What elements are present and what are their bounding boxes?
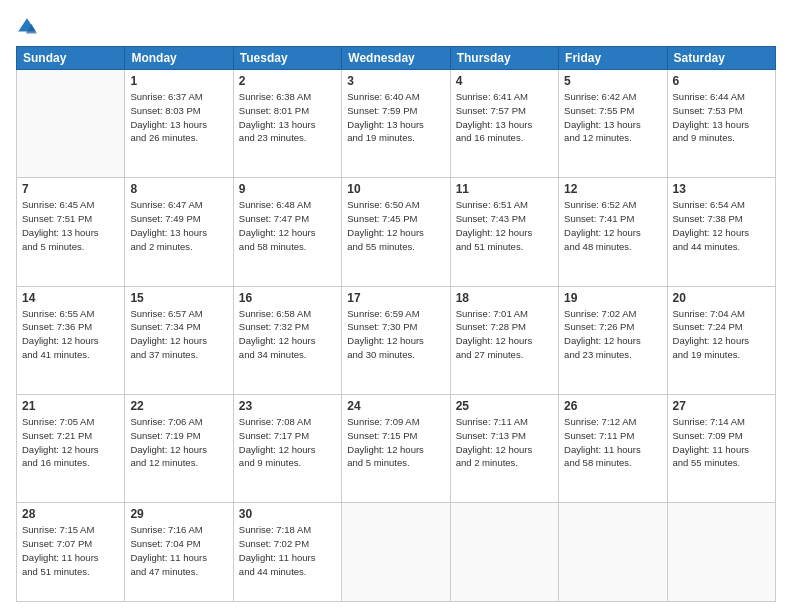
day-number: 30 — [239, 507, 336, 521]
table-row: 16Sunrise: 6:58 AM Sunset: 7:32 PM Dayli… — [233, 286, 341, 394]
table-row: 30Sunrise: 7:18 AM Sunset: 7:02 PM Dayli… — [233, 503, 341, 602]
day-number: 20 — [673, 291, 770, 305]
table-row: 13Sunrise: 6:54 AM Sunset: 7:38 PM Dayli… — [667, 178, 775, 286]
table-row: 8Sunrise: 6:47 AM Sunset: 7:49 PM Daylig… — [125, 178, 233, 286]
calendar-row-0: 1Sunrise: 6:37 AM Sunset: 8:03 PM Daylig… — [17, 70, 776, 178]
day-number: 1 — [130, 74, 227, 88]
day-info: Sunrise: 6:41 AM Sunset: 7:57 PM Dayligh… — [456, 90, 553, 145]
day-number: 14 — [22, 291, 119, 305]
table-row: 20Sunrise: 7:04 AM Sunset: 7:24 PM Dayli… — [667, 286, 775, 394]
day-info: Sunrise: 7:04 AM Sunset: 7:24 PM Dayligh… — [673, 307, 770, 362]
logo — [16, 16, 40, 38]
weekday-tuesday: Tuesday — [233, 47, 341, 70]
day-number: 13 — [673, 182, 770, 196]
day-number: 9 — [239, 182, 336, 196]
day-number: 23 — [239, 399, 336, 413]
table-row: 14Sunrise: 6:55 AM Sunset: 7:36 PM Dayli… — [17, 286, 125, 394]
day-info: Sunrise: 6:55 AM Sunset: 7:36 PM Dayligh… — [22, 307, 119, 362]
day-info: Sunrise: 7:08 AM Sunset: 7:17 PM Dayligh… — [239, 415, 336, 470]
table-row: 3Sunrise: 6:40 AM Sunset: 7:59 PM Daylig… — [342, 70, 450, 178]
day-number: 19 — [564, 291, 661, 305]
day-number: 24 — [347, 399, 444, 413]
table-row: 5Sunrise: 6:42 AM Sunset: 7:55 PM Daylig… — [559, 70, 667, 178]
table-row — [17, 70, 125, 178]
day-number: 16 — [239, 291, 336, 305]
weekday-header-row: SundayMondayTuesdayWednesdayThursdayFrid… — [17, 47, 776, 70]
table-row: 23Sunrise: 7:08 AM Sunset: 7:17 PM Dayli… — [233, 395, 341, 503]
table-row: 29Sunrise: 7:16 AM Sunset: 7:04 PM Dayli… — [125, 503, 233, 602]
day-info: Sunrise: 7:11 AM Sunset: 7:13 PM Dayligh… — [456, 415, 553, 470]
weekday-wednesday: Wednesday — [342, 47, 450, 70]
day-info: Sunrise: 7:18 AM Sunset: 7:02 PM Dayligh… — [239, 523, 336, 578]
table-row — [559, 503, 667, 602]
table-row: 28Sunrise: 7:15 AM Sunset: 7:07 PM Dayli… — [17, 503, 125, 602]
day-number: 11 — [456, 182, 553, 196]
weekday-monday: Monday — [125, 47, 233, 70]
table-row: 22Sunrise: 7:06 AM Sunset: 7:19 PM Dayli… — [125, 395, 233, 503]
day-info: Sunrise: 6:47 AM Sunset: 7:49 PM Dayligh… — [130, 198, 227, 253]
day-info: Sunrise: 6:51 AM Sunset: 7:43 PM Dayligh… — [456, 198, 553, 253]
day-number: 7 — [22, 182, 119, 196]
weekday-thursday: Thursday — [450, 47, 558, 70]
day-info: Sunrise: 7:06 AM Sunset: 7:19 PM Dayligh… — [130, 415, 227, 470]
table-row: 12Sunrise: 6:52 AM Sunset: 7:41 PM Dayli… — [559, 178, 667, 286]
day-number: 10 — [347, 182, 444, 196]
day-info: Sunrise: 6:59 AM Sunset: 7:30 PM Dayligh… — [347, 307, 444, 362]
day-number: 15 — [130, 291, 227, 305]
table-row: 18Sunrise: 7:01 AM Sunset: 7:28 PM Dayli… — [450, 286, 558, 394]
day-number: 27 — [673, 399, 770, 413]
day-number: 2 — [239, 74, 336, 88]
table-row: 26Sunrise: 7:12 AM Sunset: 7:11 PM Dayli… — [559, 395, 667, 503]
calendar-row-4: 28Sunrise: 7:15 AM Sunset: 7:07 PM Dayli… — [17, 503, 776, 602]
day-number: 4 — [456, 74, 553, 88]
weekday-sunday: Sunday — [17, 47, 125, 70]
table-row: 21Sunrise: 7:05 AM Sunset: 7:21 PM Dayli… — [17, 395, 125, 503]
day-info: Sunrise: 6:38 AM Sunset: 8:01 PM Dayligh… — [239, 90, 336, 145]
day-number: 8 — [130, 182, 227, 196]
table-row: 17Sunrise: 6:59 AM Sunset: 7:30 PM Dayli… — [342, 286, 450, 394]
table-row: 2Sunrise: 6:38 AM Sunset: 8:01 PM Daylig… — [233, 70, 341, 178]
table-row: 25Sunrise: 7:11 AM Sunset: 7:13 PM Dayli… — [450, 395, 558, 503]
calendar-row-3: 21Sunrise: 7:05 AM Sunset: 7:21 PM Dayli… — [17, 395, 776, 503]
day-info: Sunrise: 6:44 AM Sunset: 7:53 PM Dayligh… — [673, 90, 770, 145]
weekday-friday: Friday — [559, 47, 667, 70]
table-row — [342, 503, 450, 602]
table-row: 27Sunrise: 7:14 AM Sunset: 7:09 PM Dayli… — [667, 395, 775, 503]
table-row — [667, 503, 775, 602]
day-number: 6 — [673, 74, 770, 88]
day-info: Sunrise: 7:09 AM Sunset: 7:15 PM Dayligh… — [347, 415, 444, 470]
logo-icon — [16, 16, 38, 38]
day-info: Sunrise: 6:42 AM Sunset: 7:55 PM Dayligh… — [564, 90, 661, 145]
table-row: 1Sunrise: 6:37 AM Sunset: 8:03 PM Daylig… — [125, 70, 233, 178]
table-row: 19Sunrise: 7:02 AM Sunset: 7:26 PM Dayli… — [559, 286, 667, 394]
day-number: 21 — [22, 399, 119, 413]
day-number: 3 — [347, 74, 444, 88]
day-info: Sunrise: 6:58 AM Sunset: 7:32 PM Dayligh… — [239, 307, 336, 362]
day-number: 28 — [22, 507, 119, 521]
day-info: Sunrise: 6:48 AM Sunset: 7:47 PM Dayligh… — [239, 198, 336, 253]
calendar-table: SundayMondayTuesdayWednesdayThursdayFrid… — [16, 46, 776, 602]
day-info: Sunrise: 6:45 AM Sunset: 7:51 PM Dayligh… — [22, 198, 119, 253]
day-info: Sunrise: 7:12 AM Sunset: 7:11 PM Dayligh… — [564, 415, 661, 470]
day-info: Sunrise: 6:37 AM Sunset: 8:03 PM Dayligh… — [130, 90, 227, 145]
day-info: Sunrise: 6:40 AM Sunset: 7:59 PM Dayligh… — [347, 90, 444, 145]
day-number: 26 — [564, 399, 661, 413]
table-row: 11Sunrise: 6:51 AM Sunset: 7:43 PM Dayli… — [450, 178, 558, 286]
table-row — [450, 503, 558, 602]
table-row: 15Sunrise: 6:57 AM Sunset: 7:34 PM Dayli… — [125, 286, 233, 394]
day-info: Sunrise: 7:15 AM Sunset: 7:07 PM Dayligh… — [22, 523, 119, 578]
day-number: 18 — [456, 291, 553, 305]
day-number: 25 — [456, 399, 553, 413]
day-number: 12 — [564, 182, 661, 196]
day-number: 22 — [130, 399, 227, 413]
day-number: 29 — [130, 507, 227, 521]
table-row: 10Sunrise: 6:50 AM Sunset: 7:45 PM Dayli… — [342, 178, 450, 286]
day-info: Sunrise: 7:14 AM Sunset: 7:09 PM Dayligh… — [673, 415, 770, 470]
day-number: 17 — [347, 291, 444, 305]
day-info: Sunrise: 7:05 AM Sunset: 7:21 PM Dayligh… — [22, 415, 119, 470]
page: SundayMondayTuesdayWednesdayThursdayFrid… — [0, 0, 792, 612]
table-row: 4Sunrise: 6:41 AM Sunset: 7:57 PM Daylig… — [450, 70, 558, 178]
day-info: Sunrise: 6:57 AM Sunset: 7:34 PM Dayligh… — [130, 307, 227, 362]
day-info: Sunrise: 7:01 AM Sunset: 7:28 PM Dayligh… — [456, 307, 553, 362]
day-info: Sunrise: 6:50 AM Sunset: 7:45 PM Dayligh… — [347, 198, 444, 253]
